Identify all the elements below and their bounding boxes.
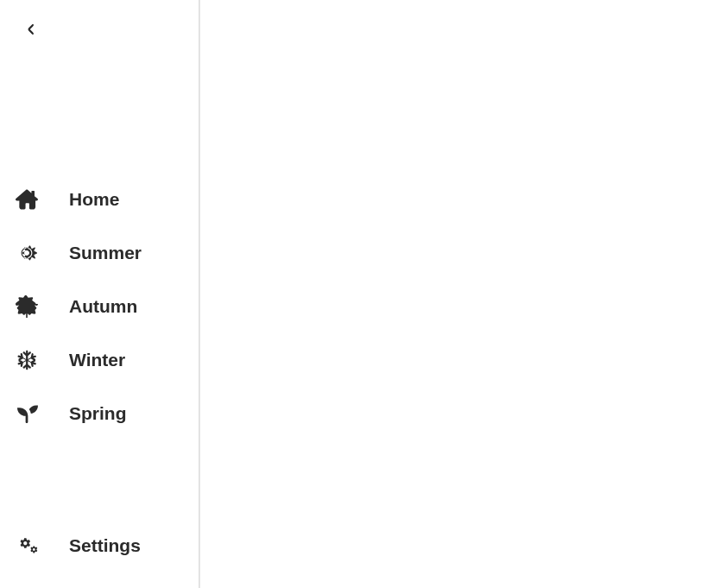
caret-left-icon — [26, 22, 36, 36]
sidebar-item-autumn[interactable]: Autumn — [12, 280, 186, 333]
sidebar-item-winter[interactable]: Winter — [12, 333, 186, 387]
sidebar-item-label: Winter — [69, 350, 125, 370]
sun-icon — [14, 240, 40, 266]
sidebar-nav: Home Summer Autumn Winter — [12, 173, 186, 440]
sidebar-item-label: Home — [69, 189, 119, 210]
sidebar-item-label: Summer — [69, 243, 142, 263]
sidebar: Home Summer Autumn Winter — [0, 0, 200, 588]
leaf-icon — [14, 294, 40, 319]
sidebar-collapse-button[interactable] — [19, 17, 43, 41]
app-root: Home Summer Autumn Winter — [0, 0, 725, 588]
sidebar-item-label: Spring — [69, 403, 127, 424]
snowflake-icon — [14, 347, 40, 373]
gears-icon — [14, 533, 40, 559]
sidebar-item-home[interactable]: Home — [12, 173, 186, 226]
sidebar-item-spring[interactable]: Spring — [12, 387, 186, 440]
sidebar-item-label: Settings — [69, 535, 141, 556]
sidebar-footer: Settings — [12, 519, 186, 572]
sidebar-item-label: Autumn — [69, 296, 137, 317]
main-content — [200, 0, 725, 588]
sidebar-item-settings[interactable]: Settings — [12, 519, 186, 572]
sidebar-item-summer[interactable]: Summer — [12, 226, 186, 280]
home-icon — [14, 187, 40, 212]
seedling-icon — [14, 401, 40, 427]
